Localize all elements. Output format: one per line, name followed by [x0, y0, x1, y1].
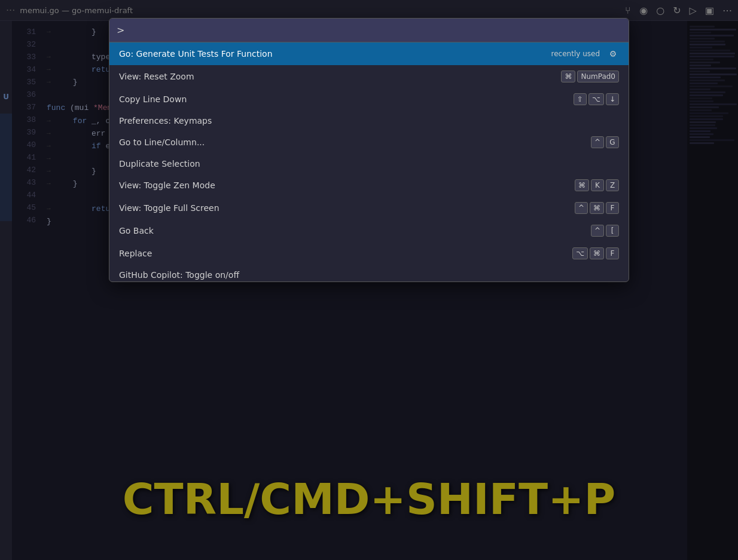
command-item-toggle-zen[interactable]: View: Toggle Zen Mode⌘KZ	[109, 174, 629, 197]
command-label: Preferences: Keymaps	[119, 116, 212, 126]
command-item-left: GitHub Copilot: Toggle on/off	[119, 270, 239, 280]
gear-icon[interactable]: ⚙	[607, 48, 619, 60]
kbd-key: F	[606, 247, 619, 259]
kbd-key: ⌥	[572, 247, 588, 259]
command-item-left: Copy Line Down	[119, 94, 187, 104]
command-label: View: Toggle Zen Mode	[119, 180, 215, 190]
command-item-left: View: Reset Zoom	[119, 72, 194, 81]
command-item-toggle-fullscreen[interactable]: View: Toggle Full Screen^⌘F	[109, 197, 629, 219]
kbd-key: ⌘	[590, 202, 604, 214]
command-item-preferences-keymaps[interactable]: Preferences: Keymaps	[109, 111, 629, 131]
kbd-key: ⌘	[561, 71, 575, 82]
kbd-key: Z	[606, 179, 619, 191]
command-label: Go Back	[119, 226, 154, 235]
kbd-key: [	[606, 225, 619, 237]
kbd-group: ^⌘F	[575, 202, 619, 214]
kbd-key: NumPad0	[577, 71, 619, 82]
command-item-left: Replace	[119, 249, 152, 258]
command-item-duplicate-selection[interactable]: Duplicate Selection	[109, 154, 629, 174]
kbd-key: ⌘	[575, 179, 589, 191]
kbd-key: ⌥	[588, 93, 604, 105]
command-item-github-copilot[interactable]: GitHub Copilot: Toggle on/off	[109, 265, 629, 281]
kbd-key: ⇧	[574, 93, 587, 105]
kbd-key: K	[591, 179, 604, 191]
command-item-replace[interactable]: Replace⌥⌘F	[109, 242, 629, 265]
command-shortcut: ^[	[591, 225, 619, 237]
kbd-key: ↓	[606, 93, 619, 105]
kbd-group: ⌘KZ	[575, 179, 619, 191]
command-list: Go: Generate Unit Tests For Functionrece…	[109, 42, 629, 281]
command-shortcut: ⇧⌥↓	[574, 93, 619, 105]
command-input-row: >	[109, 19, 629, 42]
command-item-copy-line-down[interactable]: Copy Line Down⇧⌥↓	[109, 88, 629, 111]
kbd-key: ⌘	[590, 247, 604, 259]
kbd-group: ^G	[591, 136, 619, 148]
command-item-go-back[interactable]: Go Back^[	[109, 219, 629, 242]
command-item-left: Go to Line/Column...	[119, 137, 205, 147]
command-label: Replace	[119, 249, 152, 258]
command-item-left: Preferences: Keymaps	[119, 116, 212, 126]
command-label: Duplicate Selection	[119, 159, 200, 169]
command-label: View: Toggle Full Screen	[119, 203, 219, 213]
command-item-left: View: Toggle Full Screen	[119, 203, 219, 213]
command-shortcut: ⌘KZ	[575, 179, 619, 191]
kbd-group: ⌘NumPad0	[561, 71, 619, 82]
kbd-key: ^	[591, 136, 604, 148]
command-palette: > Go: Generate Unit Tests For Functionre…	[109, 18, 629, 282]
command-shortcut: ⌘NumPad0	[561, 71, 619, 82]
kbd-group: ⇧⌥↓	[574, 93, 619, 105]
command-item-reset-zoom[interactable]: View: Reset Zoom⌘NumPad0	[109, 65, 629, 88]
kbd-key: ^	[591, 225, 604, 237]
command-shortcut: ^G	[591, 136, 619, 148]
kbd-key: F	[606, 202, 619, 214]
kbd-group: ⌥⌘F	[572, 247, 619, 259]
command-item-generate-unit-tests[interactable]: Go: Generate Unit Tests For Functionrece…	[109, 42, 629, 65]
command-shortcut: ^⌘F	[575, 202, 619, 214]
command-item-go-to-line[interactable]: Go to Line/Column...^G	[109, 131, 629, 154]
command-prefix: >	[117, 25, 124, 36]
command-shortcut: recently used⚙	[551, 48, 619, 60]
recently-used-badge: recently used	[551, 50, 600, 58]
kbd-key: G	[606, 136, 619, 148]
kbd-key: ^	[575, 202, 588, 214]
command-item-left: Go: Generate Unit Tests For Function	[119, 49, 273, 59]
command-label: View: Reset Zoom	[119, 72, 194, 81]
command-item-left: View: Toggle Zen Mode	[119, 180, 215, 190]
command-item-left: Go Back	[119, 226, 154, 235]
command-label: Go: Generate Unit Tests For Function	[119, 49, 273, 59]
command-shortcut: ⌥⌘F	[572, 247, 619, 259]
kbd-group: ^[	[591, 225, 619, 237]
command-input[interactable]	[127, 19, 621, 42]
command-label: Copy Line Down	[119, 94, 187, 104]
command-label: Go to Line/Column...	[119, 137, 205, 147]
command-palette-overlay: > Go: Generate Unit Tests For Functionre…	[0, 0, 738, 560]
command-item-left: Duplicate Selection	[119, 159, 200, 169]
command-label: GitHub Copilot: Toggle on/off	[119, 270, 239, 280]
